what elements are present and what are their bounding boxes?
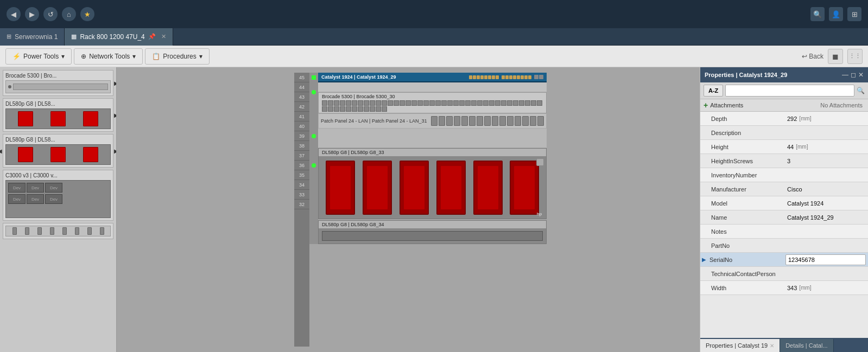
favorites-button[interactable]: ★ [80,7,94,21]
dl580-33-bay4 [436,161,466,215]
power-tools-label: Power Tools [23,53,59,60]
ruler-36: 36 [294,161,309,170]
ruler-35: 35 [294,170,309,180]
procedures-button[interactable]: 📋 Procedures ▾ [145,48,209,65]
props-restore-btn[interactable]: ◻ [851,71,856,79]
tab-rack[interactable]: ▦ Rack 800 1200 47U_4 📌 ✕ [65,28,173,46]
bottom-tab-properties-label: Properties | Catalyst 19 [706,342,768,349]
tab-rack-label: Rack 800 1200 47U_4 [80,33,144,41]
rack-view[interactable]: 45 44 43 42 41 40 39 38 37 36 35 34 33 3… [117,67,700,352]
dl580-33-menu [536,158,544,166]
home-button[interactable]: ⌂ [62,7,76,21]
props-close-btn[interactable]: ✕ [858,71,864,79]
power-tools-icon: ⚡ [12,53,21,60]
rack-empty-slot-2 [318,129,547,148]
ruler-33: 33 [294,190,309,200]
prop-name-name: Name [709,214,785,221]
prop-row-notes: Notes [700,225,868,239]
no-attachments-value: No Attachments [820,102,865,108]
center-panel: 45 44 43 42 41 40 39 38 37 36 35 34 33 3… [117,67,700,352]
rack-slot-dl580-34[interactable]: DL580p G8 | DL580p G8_34 [318,220,547,244]
tabbar: ⊞ Serwerownia 1 ▦ Rack 800 1200 47U_4 📌 … [0,28,868,46]
left-device-dl580-1[interactable]: DL580p G8 | DL58... ▶ [3,98,113,132]
prop-value-serialno[interactable] [783,254,868,265]
tab-serwerownia[interactable]: ⊞ Serwerownia 1 [0,28,65,46]
prop-row-width: Width 343 [mm] [700,281,868,295]
ruler-38: 38 [294,141,309,151]
serialno-input[interactable] [785,254,866,265]
prop-row-manufacturer: Manufacturer Cisco [700,182,868,196]
back-button[interactable]: ◀ [7,7,21,21]
ruler-45: 45 [294,73,309,82]
tab-rack-close[interactable]: ✕ [161,33,166,40]
left-panel: Brocade 5300 | Bro... ▶ DL580p G8 | DL58… [0,67,117,352]
main-area: Brocade 5300 | Bro... ▶ DL580p G8 | DL58… [0,67,868,352]
forward-button[interactable]: ▶ [25,7,39,21]
props-bottom-tabs: Properties | Catalyst 19 ✕ Details | Cat… [700,338,868,352]
ruler-34: 34 [294,180,309,190]
network-tools-label: Network Tools [89,53,130,60]
prop-name-serialno: SerialNo [707,257,783,263]
refresh-button[interactable]: ↺ [43,7,58,21]
prop-row-inventorynumber: InventoryNumber [700,168,868,182]
ruler-43: 43 [294,92,309,102]
properties-panel: Properties | Catalyst 1924_29 — ◻ ✕ A-Z … [700,67,868,352]
ruler-37: 37 [294,151,309,161]
led-indicator-patch [312,134,316,138]
bottom-tab-details-label: Details | Catal... [785,342,827,349]
props-search-input[interactable] [725,85,854,97]
topbar: ◀ ▶ ↺ ⌂ ★ 🔍 👤 ⊞ [0,0,868,28]
left-device-dl580-2-title: DL580p G8 | DL58... [5,137,111,143]
led-indicator-dl580-1 [312,163,316,168]
rack-ruler: 45 44 43 42 41 40 39 38 37 36 35 34 33 3… [294,73,309,347]
props-search-icon[interactable]: 🔍 [857,87,865,94]
power-tools-dropdown-icon: ▾ [61,53,65,60]
procedures-label: Procedures [163,53,196,60]
prop-row-model: Model Catalyst 1924 [700,196,868,210]
prop-row-description: Description [700,126,868,140]
left-device-dl580-2[interactable]: DL580p G8 | DL58... ◀ ▶ [3,134,113,168]
left-device-brocade5300[interactable]: Brocade 5300 | Bro... ▶ [3,70,113,96]
led-indicator-brocade [312,90,316,94]
left-device-c3000-title: C3000 v3 | C3000 v... [5,172,111,178]
prop-name-partno: PartNo [709,242,785,249]
3d-view-button[interactable]: ◼ [828,49,843,64]
rack-slot-dl580-33[interactable]: DL580p G8 | DL580p G8_33 [318,148,547,219]
grid-view-button[interactable]: ⋮⋮ [847,49,863,64]
bottom-tab-properties[interactable]: Properties | Catalyst 19 ✕ [700,339,780,352]
grid-icon-btn[interactable]: ⊞ [847,7,861,21]
prop-row-serialno[interactable]: ▶ SerialNo [700,253,868,267]
user-icon-btn[interactable]: 👤 [829,7,843,21]
dl580-33-label: DL580p G8 | DL580p G8_33 [319,149,546,156]
ruler-42: 42 [294,102,309,112]
left-device-c3000[interactable]: C3000 v3 | C3000 v... Dev Dev Dev Dev De… [3,170,113,221]
add-attachment-button[interactable]: + [704,101,708,110]
search-icon-btn[interactable]: 🔍 [810,7,825,21]
led-indicator-catalyst [312,75,316,80]
power-tools-button[interactable]: ⚡ Power Tools ▾ [5,48,72,65]
catalyst-label: Catalyst 1924 | Catalyst 1924_29 [321,74,396,80]
left-device-patch[interactable] [3,223,113,239]
network-tools-button[interactable]: ⊕ Network Tools ▾ [74,48,143,65]
tab-serwerownia-label: Serwerownia 1 [15,33,58,41]
procedures-dropdown-icon: ▾ [199,53,202,60]
rack-slot-catalyst1924[interactable]: Catalyst 1924 | Catalyst 1924_29 [318,73,547,82]
prop-value-height: 44 [mm] [785,144,868,150]
prop-name-heightinscrews: HeightInScrews [709,158,785,164]
props-minimize-btn[interactable]: — [842,71,848,79]
network-tools-dropdown-icon: ▾ [132,53,136,60]
network-tools-icon: ⊕ [81,53,86,60]
rack-slot-brocade5300[interactable]: Brocade 5300 | Brocade 5300_30 [318,92,547,113]
prop-name-inventorynumber: InventoryNumber [709,172,785,178]
sort-az-button[interactable]: A-Z [704,85,723,97]
props-attachments-bar: + Attachments No Attachments [700,99,868,112]
ruler-32: 32 [294,200,309,209]
ruler-39: 39 [294,131,309,141]
dl580-34-label: DL580p G8 | DL580p G8_34 [319,221,546,228]
bottom-tab-properties-close[interactable]: ✕ [770,343,774,349]
prop-value-heightinscrews: 3 [785,158,868,164]
bottom-tab-details[interactable]: Details | Catal... [780,339,833,352]
rack-slot-patchpanel[interactable]: Patch Panel 24 - LAN | Patch Panel 24 - … [318,113,547,129]
back-label[interactable]: ↩ Back [802,53,823,60]
prop-name-width: Width [709,285,785,291]
